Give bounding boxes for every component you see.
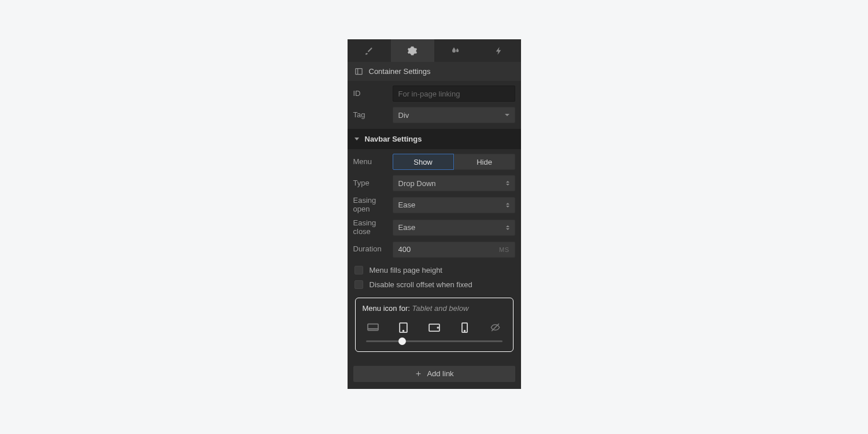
easing-close-select[interactable]: Ease [393, 220, 515, 236]
svg-rect-2 [368, 324, 378, 330]
updown-icon [506, 203, 509, 207]
menu-label: Menu [353, 158, 387, 166]
updown-icon [506, 181, 509, 186]
id-label: ID [353, 90, 387, 98]
tag-value: Div [398, 111, 409, 120]
menu-icon-for-title: Menu icon for: Tablet and below [363, 304, 506, 313]
navbar-settings-title: Navbar Settings [365, 135, 422, 143]
breakpoint-slider[interactable] [366, 340, 503, 342]
chk-menu-fills-label: Menu fills page height [370, 266, 442, 275]
duration-unit: MS [499, 246, 509, 253]
droplets-icon [450, 46, 461, 56]
menu-icon-for-value: Tablet and below [412, 304, 469, 313]
type-value: Drop Down [398, 179, 436, 188]
chk-disable-scroll-label: Disable scroll offset when fixed [370, 280, 472, 289]
gear-icon [407, 46, 418, 56]
easing-open-label: Easing open [353, 196, 387, 214]
duration-label: Duration [353, 245, 387, 254]
device-phone[interactable] [456, 321, 474, 335]
id-input[interactable] [393, 86, 515, 102]
desktop-icon [367, 322, 379, 333]
tablet-portrait-icon [398, 322, 408, 333]
hidden-icon [490, 322, 501, 333]
menu-show-button[interactable]: Show [393, 154, 454, 170]
tag-select[interactable]: Div [393, 107, 515, 123]
easing-open-value: Ease [398, 201, 416, 209]
chk-menu-fills[interactable] [354, 266, 363, 275]
container-icon [354, 67, 363, 76]
tablet-landscape-icon [428, 323, 441, 332]
tab-interactions[interactable] [478, 39, 521, 62]
device-tablet-portrait[interactable] [394, 321, 413, 335]
type-select[interactable]: Drop Down [393, 175, 515, 191]
menu-icon-for-label: Menu icon for: [363, 304, 410, 313]
add-link-label: Add link [427, 369, 453, 378]
chk-disable-scroll[interactable] [354, 280, 363, 289]
svg-point-7 [437, 327, 438, 328]
easing-close-label: Easing close [353, 219, 387, 236]
easing-close-value: Ease [398, 223, 416, 232]
panel-tabs [348, 39, 521, 62]
phone-icon [461, 322, 468, 333]
duration-input[interactable] [398, 245, 500, 254]
tag-label: Tag [353, 111, 387, 120]
slider-knob[interactable] [398, 337, 406, 345]
navbar-settings-header[interactable]: Navbar Settings [348, 129, 521, 149]
easing-open-select[interactable]: Ease [393, 197, 515, 213]
caret-down-icon [354, 138, 359, 140]
bolt-icon [494, 46, 504, 55]
type-label: Type [353, 179, 387, 188]
device-hidden[interactable] [486, 321, 505, 335]
brush-icon [364, 46, 374, 56]
container-settings-title: Container Settings [369, 67, 431, 76]
svg-point-9 [464, 330, 466, 331]
container-settings-header: Container Settings [348, 62, 521, 81]
device-tablet-landscape[interactable] [425, 321, 444, 335]
duration-input-wrap: MS [393, 242, 515, 258]
settings-panel: Container Settings ID Tag Div Navbar Set… [348, 39, 521, 389]
updown-icon [506, 225, 509, 230]
chevron-down-icon [505, 114, 509, 116]
tab-brush[interactable] [348, 39, 391, 62]
tab-settings[interactable] [391, 39, 434, 62]
menu-segmented: Show Hide [393, 154, 515, 170]
menu-icon-for-box: Menu icon for: Tablet and below [355, 298, 514, 352]
svg-rect-0 [355, 69, 361, 75]
svg-point-5 [403, 330, 404, 331]
device-breakpoint-row [364, 321, 505, 335]
menu-hide-button[interactable]: Hide [454, 154, 515, 170]
add-link-button[interactable]: ＋ Add link [353, 366, 515, 382]
device-desktop[interactable] [364, 321, 382, 335]
tab-effects[interactable] [434, 39, 478, 62]
plus-icon: ＋ [414, 368, 423, 379]
